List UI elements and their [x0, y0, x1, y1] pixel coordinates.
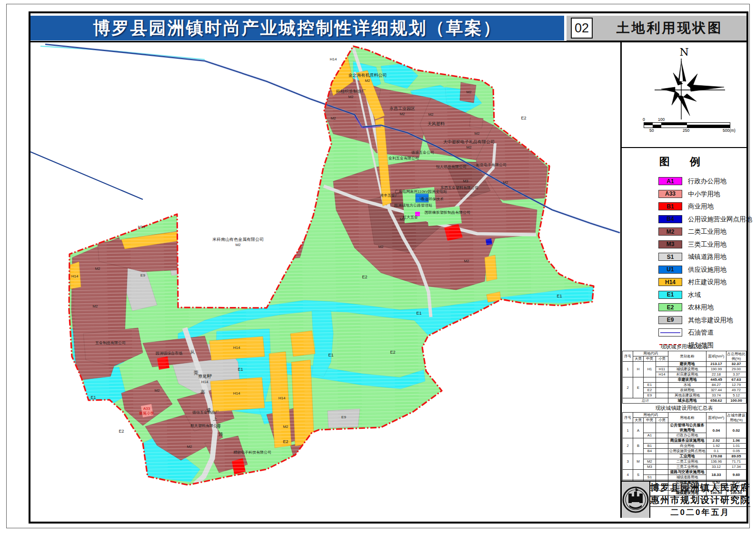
table-cell: [656, 465, 668, 470]
table-cell: E9: [644, 393, 656, 398]
table-cell: 占总用地比例(%): [726, 351, 746, 362]
scale-bar: 0 100 50 250 500(m): [644, 119, 736, 131]
map-label: E2: [390, 350, 395, 355]
table-cell: 道路与交通设施用地: [668, 470, 706, 475]
table-cell: 213.17: [706, 362, 726, 367]
table-cell: 17.34: [726, 465, 746, 470]
table-cell: 水域: [668, 383, 706, 388]
map-label: 米科南山有色金属有限公司: [212, 237, 264, 242]
table-cell: 大类: [633, 356, 644, 362]
table-cell: 2.02: [706, 438, 726, 444]
legend-item[interactable]: E9其他非建设用地: [622, 315, 746, 327]
table-cell: 大类: [633, 418, 644, 423]
table-cell: 0.1: [706, 449, 726, 454]
table-title: 现状城镇建设用地汇总表: [622, 405, 746, 412]
table-cell: 89.05: [726, 454, 746, 459]
table-cell: 33.74: [706, 393, 726, 398]
table-cell: E2: [644, 388, 656, 393]
map-label: 永昌工业园区: [389, 106, 415, 111]
table-cell: 2: [623, 438, 633, 454]
scale-label: 50: [649, 128, 654, 133]
table-cell: [656, 449, 668, 454]
map-frame: 博罗县园洲镇时尚产业城控制性详细规划（草案） 02 土地利用现状图: [29, 11, 748, 524]
legend-label: 城镇道路用地: [688, 253, 726, 261]
table-cell: [656, 444, 668, 449]
page-title: 博罗县园洲镇时尚产业城控制性详细规划（草案）: [93, 17, 502, 40]
sheet-header: 02 土地利用现状图: [567, 16, 746, 41]
table-cell: 1: [623, 362, 633, 377]
legend-item[interactable]: 石油管道: [622, 327, 746, 340]
legend-item[interactable]: E2农林用地: [622, 302, 746, 315]
table-cell: 1.92: [706, 444, 726, 449]
map-label: M3: [463, 179, 468, 183]
legend-label: 村庄建设用地: [688, 278, 726, 287]
map-label: E1: [90, 395, 96, 400]
legend-item[interactable]: U1供应设施用地: [622, 264, 746, 277]
table-cell: 用地代码: [633, 351, 668, 356]
legend-label: 供应设施用地: [688, 266, 726, 274]
table-cell: 190.99: [706, 367, 726, 372]
map-label: M2: [95, 267, 100, 271]
table-cell: 面积(hm²): [706, 413, 726, 423]
legend-swatch: U1: [658, 266, 682, 274]
table-cell: 3.37: [726, 372, 746, 377]
map-label: 上: [213, 416, 218, 421]
table-cell: 100.00: [726, 398, 746, 404]
legend-item[interactable]: M2二类工业用地: [622, 226, 746, 239]
table-cell: 9.60: [726, 470, 746, 480]
legend-item[interactable]: E1水域: [622, 289, 746, 302]
table-cell: 33.12: [706, 465, 726, 470]
plan-sheet: 博罗县园洲镇时尚产业城控制性详细规划（草案） 02 土地利用现状图: [0, 0, 756, 534]
map-label: 五金制品有限公司: [95, 341, 126, 345]
table-cell: [656, 362, 668, 367]
map-label: M2: [466, 145, 472, 149]
table-cell: 其他非建设用地: [668, 393, 706, 398]
table-cell: S: [633, 470, 644, 480]
table-cell: 12.79: [726, 383, 746, 388]
legend-label: 农林用地: [688, 303, 714, 312]
urban-rural-landuse-table: 现状城乡用地汇总表序号用地代码类别名称面积(hm²)占总用地比例(%)大类中类小…: [622, 343, 746, 404]
legend-item[interactable]: A33中小学用地: [622, 188, 746, 201]
map-label: M2: [466, 90, 472, 94]
table-cell: 445.45: [706, 377, 726, 383]
map-label: 虹大五金: [403, 215, 418, 219]
table-cell: M3: [644, 465, 656, 470]
table-cell: [644, 454, 656, 459]
map-label: M2: [378, 245, 384, 249]
legend-item[interactable]: B1商业用地: [622, 201, 746, 214]
legend-swatch: S1: [658, 253, 682, 261]
map-label: E2: [362, 275, 367, 279]
map-label: H14: [233, 346, 240, 350]
legend-item[interactable]: B4公用设施营业网点用地: [622, 214, 746, 227]
table-cell: E: [633, 377, 644, 398]
table-cell: 2: [623, 377, 633, 398]
map-label: M2: [348, 95, 354, 99]
government-name: 博罗县园洲镇人民政府: [650, 482, 750, 494]
sheet-name: 土地利用现状图: [593, 19, 746, 37]
table-cell: B4: [644, 449, 656, 454]
table-cell: H14: [656, 372, 668, 377]
table-cell: 1.06: [726, 438, 746, 444]
legend-item[interactable]: H14村庄建设用地: [622, 277, 746, 289]
table-cell: 136.96: [706, 459, 726, 465]
map-label: M2: [428, 112, 434, 117]
legend-title: 图 例: [622, 155, 746, 169]
table-cell: 占城市建设用地(%): [726, 413, 746, 423]
table-cell: 城镇建设用地: [668, 367, 706, 372]
attribution-block: 博罗县园洲镇人民政府 惠州市规划设计研究院 二0二0年五月: [622, 481, 746, 518]
legend-item[interactable]: S1城镇道路用地: [622, 251, 746, 264]
table-cell: [656, 459, 668, 465]
table-cell: 0.04: [706, 423, 726, 438]
table-cell: 农林用地: [668, 388, 706, 393]
map-panel[interactable]: 金之海有机原料公司M2科桂织造制造厂M2永昌工业园区M2天风塑料大中塑胶电子礼品…: [30, 42, 620, 518]
legend-item[interactable]: M3三类工业用地: [622, 239, 746, 252]
table-cell: [644, 377, 656, 383]
table-cell: 村庄建设用地: [668, 372, 706, 377]
table-cell: 建设用地: [668, 362, 706, 367]
map-label: H14: [330, 57, 337, 61]
right-panel: N: [620, 42, 746, 518]
map-label: E9: [140, 273, 145, 277]
table-cell: 22.18: [706, 372, 726, 377]
map-label: 金利五金有限公司: [388, 156, 419, 160]
legend-item[interactable]: A1行政办公用地: [622, 176, 746, 188]
